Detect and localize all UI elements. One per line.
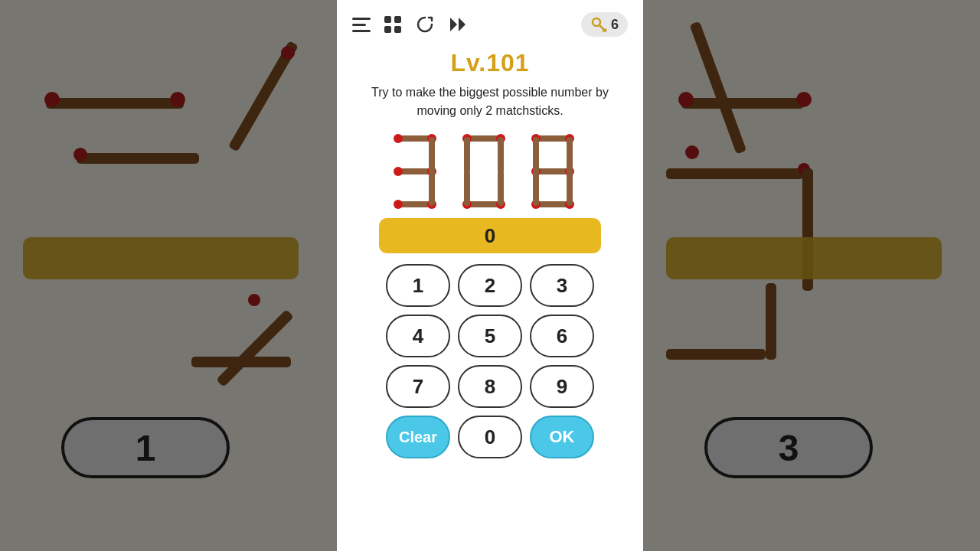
bg-left-number: 1 bbox=[136, 427, 156, 469]
num-btn-6[interactable]: 6 bbox=[530, 315, 594, 357]
svg-point-10 bbox=[394, 167, 403, 176]
ok-button[interactable]: OK bbox=[530, 416, 594, 458]
numpad-row-2: 4 5 6 bbox=[386, 315, 594, 357]
num-btn-9[interactable]: 9 bbox=[530, 365, 594, 408]
num-btn-0[interactable]: 0 bbox=[458, 416, 522, 458]
bg-left-panel: 1 bbox=[0, 0, 337, 551]
num-btn-5[interactable]: 5 bbox=[458, 315, 522, 357]
bg-right-panel: 3 bbox=[643, 0, 980, 551]
refresh-button[interactable] bbox=[415, 15, 435, 34]
svg-point-13 bbox=[394, 200, 403, 209]
num-btn-2[interactable]: 2 bbox=[458, 264, 522, 307]
clear-button[interactable]: Clear bbox=[386, 416, 450, 458]
instruction-text: Try to make the biggest possible number … bbox=[337, 83, 643, 120]
key-icon bbox=[590, 16, 607, 33]
level-title: Lv.101 bbox=[450, 49, 529, 77]
center-panel: 6 Lv.101 Try to make the biggest possibl… bbox=[337, 0, 643, 551]
toolbar-left bbox=[352, 15, 469, 34]
key-count: 6 bbox=[611, 17, 619, 33]
num-btn-1[interactable]: 1 bbox=[386, 264, 450, 307]
answer-value: 0 bbox=[485, 224, 495, 248]
numpad: 1 2 3 4 5 6 7 8 9 Clear 0 OK bbox=[386, 264, 594, 458]
num-btn-8[interactable]: 8 bbox=[458, 365, 522, 408]
svg-marker-1 bbox=[459, 18, 466, 31]
menu-button[interactable] bbox=[352, 18, 371, 32]
matchstick-number-svg bbox=[383, 129, 597, 214]
num-btn-7[interactable]: 7 bbox=[386, 365, 450, 408]
numpad-row-bottom: Clear 0 OK bbox=[386, 416, 594, 458]
matchstick-display bbox=[337, 129, 643, 214]
svg-marker-0 bbox=[450, 18, 457, 31]
skip-button[interactable] bbox=[449, 16, 469, 33]
num-btn-3[interactable]: 3 bbox=[530, 264, 594, 307]
numpad-row-1: 1 2 3 bbox=[386, 264, 594, 307]
key-badge: 6 bbox=[581, 12, 628, 37]
toolbar: 6 bbox=[337, 0, 643, 46]
svg-point-7 bbox=[394, 134, 403, 143]
numpad-row-3: 7 8 9 bbox=[386, 365, 594, 408]
num-btn-4[interactable]: 4 bbox=[386, 315, 450, 357]
answer-display: 0 bbox=[379, 218, 601, 253]
grid-button[interactable] bbox=[384, 16, 401, 33]
bg-right-number: 3 bbox=[779, 427, 799, 469]
